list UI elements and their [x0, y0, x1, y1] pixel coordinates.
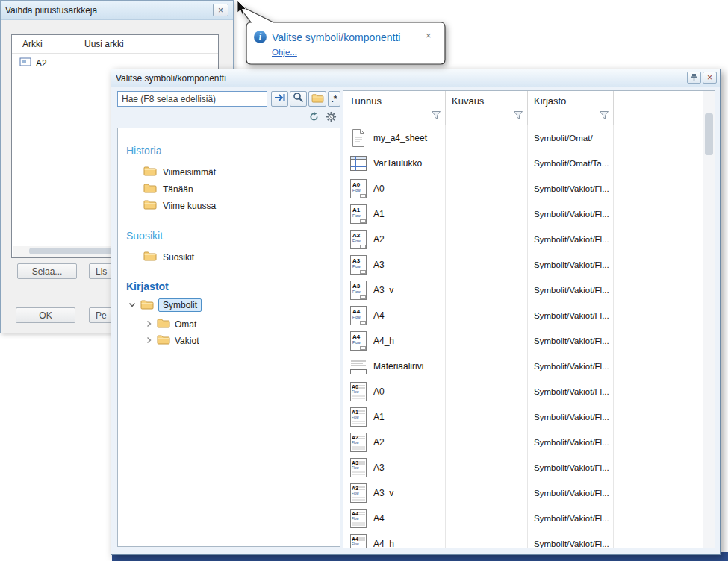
symbol-thumbnail-icon: A3 Flow — [349, 457, 367, 478]
select-symbol-dialog: Valitse symboli/komponentti × — [111, 69, 721, 555]
table-row[interactable]: A3 Flow A3 Symbolit/Vakiot/Fl... — [343, 252, 703, 278]
change-sheets-title: Vaihda piirustusarkkeja — [5, 5, 97, 16]
regex-button[interactable]: .* — [328, 91, 340, 107]
tree-node-symbolit[interactable]: Symbolit — [128, 298, 202, 312]
symbol-id: A3_v — [373, 488, 393, 498]
table-row[interactable]: A4 Flow A4_h Symbolit/Vakiot/Fl... — [343, 531, 703, 548]
vertical-scrollbar-thumb[interactable] — [705, 113, 713, 155]
change-sheets-titlebar[interactable]: Vaihda piirustusarkkeja × — [1, 1, 233, 20]
search-button[interactable] — [290, 91, 307, 107]
table-row[interactable]: A3 Flow A3 Symbolit/Vakiot/Fl... — [343, 455, 703, 480]
vertical-scrollbar[interactable] — [703, 91, 715, 548]
svg-text:Flow: Flow — [352, 315, 361, 319]
dialog-close-button[interactable]: × — [703, 72, 717, 84]
column-header-kirjasto[interactable]: Kirjasto — [528, 91, 614, 125]
column-label: Kirjasto — [534, 95, 566, 107]
history-header: Historia — [126, 145, 161, 157]
tree-node-omat[interactable]: Omat — [146, 318, 196, 330]
folder-icon — [311, 93, 324, 106]
table-row[interactable]: A2 Flow A2 Symbolit/Vakiot/Fl... — [343, 430, 703, 455]
symbol-library: Symbolit/Vakiot/Fl... — [534, 184, 609, 193]
sidebar-item-viimeisimmat[interactable]: Viimeisimmät — [143, 166, 216, 178]
symbol-thumbnail-icon: A1 Flow — [349, 407, 367, 427]
table-row[interactable]: VarTaulukko Symbolit/Omat/Ta... — [343, 151, 703, 176]
svg-text:Flow: Flow — [352, 289, 361, 294]
symbol-thumbnail-icon: A3 Flow — [349, 280, 367, 301]
column-header-tunnus[interactable]: Tunnus — [343, 91, 446, 125]
symbol-thumbnail-icon: A4 Flow — [349, 508, 367, 529]
symbol-table-header: Tunnus Kuvaus Kirjasto — [343, 91, 703, 125]
filter-icon[interactable] — [513, 110, 523, 122]
sidebar-item-suosikit[interactable]: Suosikit — [143, 251, 194, 263]
gear-icon — [326, 111, 337, 125]
column-arkki: Arkki — [12, 35, 78, 53]
svg-text:A0: A0 — [352, 384, 358, 389]
table-row[interactable]: my_a4_sheet Symbolit/Omat/ — [343, 125, 703, 151]
table-row[interactable]: A4 Flow A4_h Symbolit/Vakiot/Fl... — [343, 328, 703, 354]
svg-text:A2: A2 — [352, 435, 358, 440]
chevron-down-icon[interactable] — [128, 300, 136, 310]
browse-button[interactable]: Selaa... — [17, 263, 77, 279]
refresh-button[interactable] — [306, 111, 322, 125]
symbol-library: Symbolit/Vakiot/Fl... — [534, 387, 609, 396]
symbol-thumbnail-icon: A0 Flow — [349, 178, 367, 199]
column-header-kuvaus[interactable]: Kuvaus — [446, 91, 528, 125]
settings-button[interactable] — [323, 111, 339, 125]
svg-text:Flow: Flow — [352, 188, 361, 192]
callout-close-button[interactable]: × — [426, 30, 432, 41]
svg-text:A3: A3 — [352, 283, 361, 289]
svg-text:Flow: Flow — [352, 517, 359, 521]
symbol-library: Symbolit/Vakiot/Fl... — [534, 539, 609, 548]
table-row[interactable]: A1 Flow A1 Symbolit/Vakiot/Fl... — [343, 201, 703, 227]
ok-button[interactable]: OK — [16, 307, 75, 323]
table-row[interactable]: A4 Flow A4 Symbolit/Vakiot/Fl... — [343, 303, 703, 328]
change-sheets-close-button[interactable]: × — [213, 4, 228, 16]
svg-text:Flow: Flow — [352, 441, 359, 445]
symbol-id: A1 — [373, 412, 385, 422]
table-row[interactable]: A2 Flow A2 Symbolit/Vakiot/Fl... — [343, 227, 703, 252]
info-icon: i — [254, 31, 267, 43]
pin-button[interactable] — [687, 72, 701, 84]
tree-node-vakiot[interactable]: Vakiot — [146, 334, 199, 347]
go-button[interactable] — [271, 91, 288, 107]
callout-title: Valitse symboli/komponentti — [272, 31, 400, 43]
svg-text:A4: A4 — [352, 536, 358, 542]
table-row[interactable]: A3 Flow A3_v Symbolit/Vakiot/Fl... — [343, 278, 703, 303]
table-row[interactable]: A0 Flow A0 Symbolit/Vakiot/Fl... — [343, 176, 703, 201]
symbol-library: Symbolit/Vakiot/Fl... — [534, 413, 609, 421]
search-input[interactable] — [117, 91, 267, 107]
table-row[interactable]: A1 Flow A1 Symbolit/Vakiot/Fl... — [343, 404, 703, 430]
sheet-row[interactable]: A2 — [12, 54, 218, 69]
select-symbol-titlebar[interactable]: Valitse symboli/komponentti — [111, 69, 720, 87]
symbol-id: VarTaulukko — [373, 158, 422, 169]
table-row[interactable]: Materiaalirivi Symbolit/Vakiot/Fl... — [343, 354, 703, 379]
svg-text:Flow: Flow — [352, 390, 359, 394]
chevron-right-icon[interactable] — [146, 319, 152, 330]
svg-text:A3: A3 — [352, 486, 358, 491]
sidebar-item-viime-kuussa[interactable]: Viime kuussa — [143, 199, 216, 212]
help-link[interactable]: Ohje... — [272, 48, 297, 57]
browse-folder-button[interactable] — [308, 91, 326, 107]
svg-text:A3: A3 — [352, 460, 358, 466]
symbol-library: Symbolit/Vakiot/Fl... — [534, 311, 609, 320]
filter-icon[interactable] — [431, 110, 441, 122]
tree-node-label-selected[interactable]: Symbolit — [158, 298, 202, 312]
symbol-thumbnail-icon — [349, 128, 367, 148]
symbol-table: Tunnus Kuvaus Kirjasto — [343, 90, 715, 548]
svg-text:Flow: Flow — [352, 264, 361, 269]
sheet-list-header: Arkki Uusi arkki — [12, 35, 218, 54]
table-row[interactable]: A4 Flow A4 Symbolit/Vakiot/Fl... — [343, 506, 703, 531]
callout-content: i Valitse symboli/komponentti × Ohje... — [233, 3, 449, 69]
table-row[interactable]: A0 Flow A0 Symbolit/Vakiot/Fl... — [343, 379, 703, 404]
folder-icon — [157, 318, 170, 330]
column-label: Kuvaus — [452, 95, 484, 107]
symbol-id: A3 — [373, 463, 385, 473]
filter-icon[interactable] — [599, 110, 609, 122]
symbol-id: Materiaalirivi — [373, 361, 423, 372]
svg-text:Flow: Flow — [352, 416, 359, 419]
chevron-right-icon[interactable] — [146, 336, 152, 346]
sidebar-item-tanaan[interactable]: Tänään — [143, 183, 193, 195]
table-row[interactable]: A3 Flow A3_v Symbolit/Vakiot/Fl... — [343, 480, 703, 506]
refresh-icon — [308, 111, 320, 125]
symbol-thumbnail-icon: A3 Flow — [349, 254, 367, 275]
